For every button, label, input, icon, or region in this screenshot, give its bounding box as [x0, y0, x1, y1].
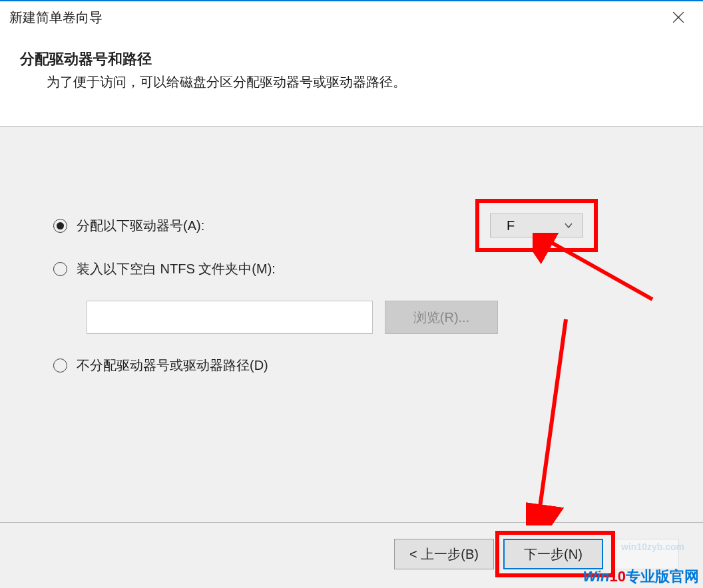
watermark-digits: 10: [610, 568, 626, 585]
chevron-down-icon: [564, 221, 573, 230]
watermark-brand: Win10专业版官网: [583, 567, 699, 587]
drive-letter-select-wrap: F: [490, 214, 583, 237]
watermark-url: win10zyb.com: [621, 541, 684, 552]
titlebar: 新建简单卷向导: [0, 1, 703, 33]
watermark-prefix: Win: [583, 568, 609, 585]
radio-none-label: 不分配驱动器号或驱动器路径(D): [77, 357, 268, 374]
window-title: 新建简单卷向导: [9, 9, 103, 27]
radio-no-letter[interactable]: [53, 359, 67, 372]
option-assign-row: 分配以下驱动器号(A): F: [53, 214, 650, 237]
mount-folder-controls: 浏览(R)...: [87, 301, 650, 334]
close-button[interactable]: [663, 7, 694, 28]
back-button[interactable]: < 上一步(B): [394, 539, 494, 569]
radio-assign-label: 分配以下驱动器号(A):: [77, 217, 204, 235]
next-button[interactable]: 下一步(N): [503, 539, 603, 569]
radio-mount-folder[interactable]: [53, 262, 67, 276]
browse-button: 浏览(R)...: [385, 301, 498, 334]
radio-mount-label: 装入以下空白 NTFS 文件夹中(M):: [77, 260, 276, 278]
option-none-row: 不分配驱动器号或驱动器路径(D): [53, 357, 650, 374]
option-mount-row: 装入以下空白 NTFS 文件夹中(M):: [53, 260, 650, 278]
radio-assign-letter[interactable]: [53, 219, 67, 233]
next-button-wrap: 下一步(N): [503, 539, 603, 569]
page-subtitle: 为了便于访问，可以给磁盘分区分配驱动器号或驱动器路径。: [47, 73, 683, 91]
close-icon: [672, 11, 684, 23]
page-title: 分配驱动器号和路径: [20, 49, 683, 69]
watermark-suffix: 专业版官网: [626, 568, 699, 585]
content-area: 分配以下驱动器号(A): F 装入以下空白 NTFS 文件夹中(M): 浏览(R…: [0, 127, 703, 523]
wizard-header: 分配驱动器号和路径 为了便于访问，可以给磁盘分区分配驱动器号或驱动器路径。: [0, 40, 703, 111]
drive-letter-value: F: [507, 218, 515, 233]
drive-letter-select[interactable]: F: [490, 214, 583, 237]
folder-path-input: [87, 301, 373, 334]
